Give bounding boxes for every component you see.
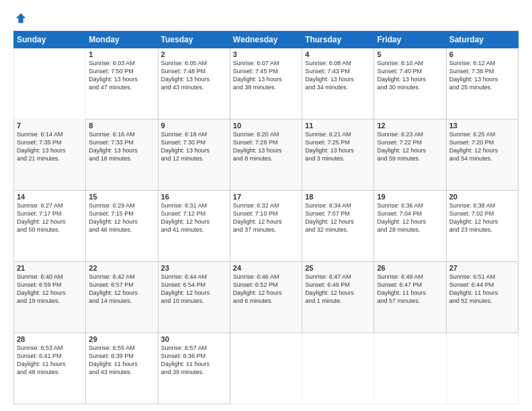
day-number: 2 [161,50,227,58]
col-header-sunday: Sunday [14,32,86,48]
day-number: 7 [17,122,83,130]
calendar-cell: 15Sunrise: 6:29 AMSunset: 7:15 PMDayligh… [86,191,158,262]
day-number: 10 [233,122,299,130]
day-number: 23 [161,264,227,272]
svg-marker-0 [16,13,26,23]
day-number: 18 [305,193,371,201]
day-number: 24 [233,264,299,272]
calendar-cell: 12Sunrise: 6:23 AMSunset: 7:22 PMDayligh… [374,120,446,191]
day-info: Sunrise: 6:42 AMSunset: 6:57 PMDaylight:… [89,273,154,306]
day-number: 26 [377,264,443,272]
week-row-3: 14Sunrise: 6:27 AMSunset: 7:17 PMDayligh… [14,191,519,262]
day-number: 6 [449,50,515,58]
calendar-cell: 30Sunrise: 6:57 AMSunset: 6:36 PMDayligh… [158,333,230,404]
day-info: Sunrise: 6:46 AMSunset: 6:52 PMDaylight:… [233,273,299,306]
day-info: Sunrise: 6:47 AMSunset: 6:49 PMDaylight:… [305,273,371,306]
day-info: Sunrise: 6:53 AMSunset: 6:41 PMDaylight:… [17,344,83,377]
day-info: Sunrise: 6:12 AMSunset: 7:38 PMDaylight:… [449,59,515,92]
day-info: Sunrise: 6:49 AMSunset: 6:47 PMDaylight:… [377,273,443,306]
day-info: Sunrise: 6:32 AMSunset: 7:10 PMDaylight:… [233,201,299,234]
day-info: Sunrise: 6:44 AMSunset: 6:54 PMDaylight:… [161,273,227,306]
logo [13,12,27,24]
day-number: 9 [161,122,227,130]
day-number: 3 [233,50,299,58]
day-info: Sunrise: 6:27 AMSunset: 7:17 PMDaylight:… [17,201,83,234]
calendar-cell [230,333,302,404]
day-number: 11 [305,122,371,130]
day-info: Sunrise: 6:10 AMSunset: 7:40 PMDaylight:… [377,59,443,92]
calendar-cell: 2Sunrise: 6:05 AMSunset: 7:48 PMDaylight… [158,48,230,120]
day-info: Sunrise: 6:31 AMSunset: 7:12 PMDaylight:… [161,201,227,234]
header [13,12,519,24]
calendar-cell: 13Sunrise: 6:25 AMSunset: 7:20 PMDayligh… [446,120,518,191]
header-row: SundayMondayTuesdayWednesdayThursdayFrid… [14,32,519,48]
calendar-cell: 5Sunrise: 6:10 AMSunset: 7:40 PMDaylight… [374,48,446,120]
day-number: 21 [17,264,83,272]
week-row-2: 7Sunrise: 6:14 AMSunset: 7:35 PMDaylight… [14,120,519,191]
calendar-cell [14,48,86,120]
day-info: Sunrise: 6:40 AMSunset: 6:59 PMDaylight:… [17,273,83,306]
day-info: Sunrise: 6:05 AMSunset: 7:48 PMDaylight:… [161,59,227,92]
calendar-cell: 18Sunrise: 6:34 AMSunset: 7:07 PMDayligh… [302,191,374,262]
day-info: Sunrise: 6:25 AMSunset: 7:20 PMDaylight:… [449,130,515,163]
calendar-cell: 11Sunrise: 6:21 AMSunset: 7:25 PMDayligh… [302,120,374,191]
day-info: Sunrise: 6:03 AMSunset: 7:50 PMDaylight:… [89,59,154,92]
calendar-cell [302,333,374,404]
day-number: 28 [17,335,83,343]
calendar-cell: 1Sunrise: 6:03 AMSunset: 7:50 PMDaylight… [86,48,158,120]
day-info: Sunrise: 6:14 AMSunset: 7:35 PMDaylight:… [17,130,83,163]
calendar-cell: 8Sunrise: 6:16 AMSunset: 7:33 PMDaylight… [86,120,158,191]
day-number: 14 [17,193,83,201]
day-number: 29 [89,335,154,343]
calendar-cell: 25Sunrise: 6:47 AMSunset: 6:49 PMDayligh… [302,262,374,333]
day-number: 8 [89,122,154,130]
calendar-cell: 24Sunrise: 6:46 AMSunset: 6:52 PMDayligh… [230,262,302,333]
calendar-cell [446,333,518,404]
week-row-4: 21Sunrise: 6:40 AMSunset: 6:59 PMDayligh… [14,262,519,333]
calendar-cell: 4Sunrise: 6:08 AMSunset: 7:43 PMDaylight… [302,48,374,120]
calendar-cell [374,333,446,404]
day-number: 15 [89,193,154,201]
calendar-cell: 3Sunrise: 6:07 AMSunset: 7:45 PMDaylight… [230,48,302,120]
day-info: Sunrise: 6:38 AMSunset: 7:02 PMDaylight:… [449,201,515,234]
calendar-cell: 7Sunrise: 6:14 AMSunset: 7:35 PMDaylight… [14,120,86,191]
col-header-thursday: Thursday [302,32,374,48]
calendar-cell: 17Sunrise: 6:32 AMSunset: 7:10 PMDayligh… [230,191,302,262]
calendar-cell: 10Sunrise: 6:20 AMSunset: 7:28 PMDayligh… [230,120,302,191]
day-info: Sunrise: 6:51 AMSunset: 6:44 PMDaylight:… [449,273,515,306]
day-number: 19 [377,193,443,201]
calendar-cell: 27Sunrise: 6:51 AMSunset: 6:44 PMDayligh… [446,262,518,333]
calendar-cell: 19Sunrise: 6:36 AMSunset: 7:04 PMDayligh… [374,191,446,262]
day-number: 17 [233,193,299,201]
logo-icon [15,12,27,24]
col-header-monday: Monday [86,32,158,48]
day-number: 30 [161,335,227,343]
day-info: Sunrise: 6:08 AMSunset: 7:43 PMDaylight:… [305,59,371,92]
day-info: Sunrise: 6:29 AMSunset: 7:15 PMDaylight:… [89,201,154,234]
day-info: Sunrise: 6:21 AMSunset: 7:25 PMDaylight:… [305,130,371,163]
week-row-5: 28Sunrise: 6:53 AMSunset: 6:41 PMDayligh… [14,333,519,404]
day-number: 4 [305,50,371,58]
day-number: 1 [89,50,154,58]
day-number: 27 [449,264,515,272]
calendar-cell: 26Sunrise: 6:49 AMSunset: 6:47 PMDayligh… [374,262,446,333]
calendar-cell: 14Sunrise: 6:27 AMSunset: 7:17 PMDayligh… [14,191,86,262]
day-number: 20 [449,193,515,201]
col-header-friday: Friday [374,32,446,48]
day-info: Sunrise: 6:57 AMSunset: 6:36 PMDaylight:… [161,344,227,377]
day-info: Sunrise: 6:55 AMSunset: 6:39 PMDaylight:… [89,344,154,377]
day-info: Sunrise: 6:16 AMSunset: 7:33 PMDaylight:… [89,130,154,163]
calendar-cell: 9Sunrise: 6:18 AMSunset: 7:30 PMDaylight… [158,120,230,191]
week-row-1: 1Sunrise: 6:03 AMSunset: 7:50 PMDaylight… [14,48,519,120]
calendar-cell: 23Sunrise: 6:44 AMSunset: 6:54 PMDayligh… [158,262,230,333]
day-info: Sunrise: 6:34 AMSunset: 7:07 PMDaylight:… [305,201,371,234]
page: SundayMondayTuesdayWednesdayThursdayFrid… [0,0,532,411]
calendar-cell: 6Sunrise: 6:12 AMSunset: 7:38 PMDaylight… [446,48,518,120]
day-info: Sunrise: 6:18 AMSunset: 7:30 PMDaylight:… [161,130,227,163]
calendar-cell: 22Sunrise: 6:42 AMSunset: 6:57 PMDayligh… [86,262,158,333]
day-number: 25 [305,264,371,272]
day-number: 13 [449,122,515,130]
calendar-cell: 28Sunrise: 6:53 AMSunset: 6:41 PMDayligh… [14,333,86,404]
day-info: Sunrise: 6:07 AMSunset: 7:45 PMDaylight:… [233,59,299,92]
day-number: 12 [377,122,443,130]
